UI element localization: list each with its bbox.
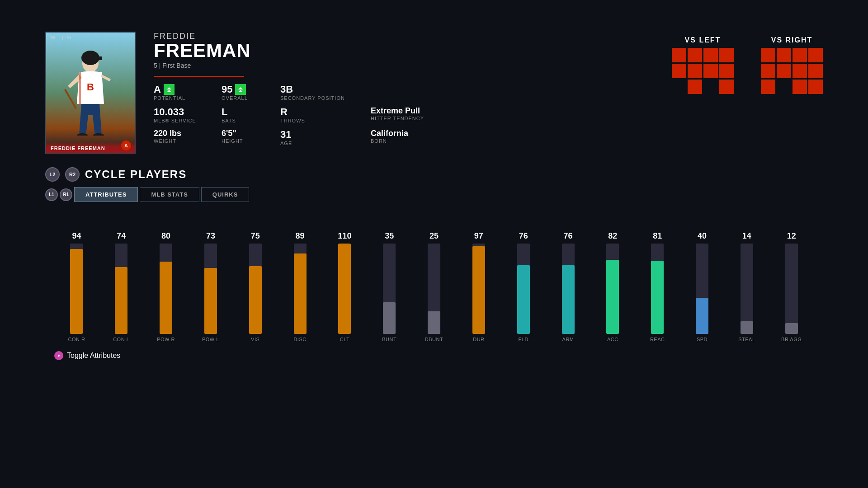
card-position: 1B [50,35,56,40]
attributes-section: 94CON R74CON L80POW R73POW L75VIS89DISC1… [45,216,823,342]
attr-label-vis: VIS [251,337,259,342]
attr-label-pow_l: POW L [202,337,219,342]
attr-label-disc: DISC [293,337,306,342]
attr-value-bunt: 35 [385,231,394,241]
age-value: 31 [280,129,371,141]
hit-zone-cell [719,80,734,94]
bar-track-dur [472,244,485,334]
vs-left-group: VS LEFT [672,36,734,94]
l2-badge[interactable]: L2 [45,167,60,182]
attr-value-pow_r: 80 [161,231,170,241]
attr-group-pow_l: 73POW L [188,216,233,342]
attr-group-con_r: 94CON R [54,216,99,342]
bar-track-steal [741,244,753,334]
attr-group-fld: 76FLD [501,216,546,342]
player-figure: B [59,45,122,136]
position-divider [154,76,244,77]
bar-track-br_agg [785,244,798,334]
player-position: First Base [162,62,191,69]
overall-value: 95 [222,84,232,95]
r2-badge[interactable]: R2 [65,167,80,182]
bar-fill-reac [651,261,664,334]
weight-value: 220 lbs [154,129,222,138]
team-logo: A [121,141,131,150]
hit-zone-cell [688,80,702,94]
player-card: 1B | L/R [45,32,136,154]
vs-right-grid [761,48,823,94]
bar-fill-pow_r [160,262,172,334]
toggle-row[interactable]: ● Toggle Attributes [45,351,823,360]
attr-group-br_agg: 12BR AGG [769,216,814,342]
r1-badge[interactable]: R1 [60,188,72,201]
bar-track-con_r [70,244,83,334]
cycle-header: L2 R2 CYCLE PLAYERS [45,167,823,182]
attr-value-spd: 40 [698,231,707,241]
tab-mlb-stats[interactable]: MLB STATS [140,187,199,202]
tabs-row: L1 R1 ATTRIBUTES MLB STATS QUIRKS [45,187,823,202]
bar-fill-dbunt [428,311,440,334]
attr-group-acc: 82ACC [590,216,635,342]
player-info-panel: FREDDIE FREEMAN 5 | First Base A [154,32,654,146]
attr-value-pow_l: 73 [206,231,215,241]
toggle-icon: ● [54,351,63,360]
attr-value-steal: 14 [742,231,751,241]
bar-fill-acc [606,260,619,334]
bar-track-pow_l [204,244,217,334]
bar-fill-clt [338,244,351,334]
toggle-label: Toggle Attributes [67,352,120,360]
age-stat: 31 Age [280,129,371,146]
weight-label: Weight [154,138,222,144]
bar-track-pow_r [160,244,172,334]
born-label: Born [371,138,497,144]
l1-badge[interactable]: L1 [45,188,58,201]
attr-group-pow_r: 80POW R [144,216,189,342]
attr-label-acc: ACC [607,337,618,342]
hit-zone-cell [703,48,718,62]
attr-value-dbunt: 25 [429,231,439,241]
bar-fill-pow_l [204,268,217,334]
age-label: Age [280,141,371,146]
bar-track-fld [517,244,530,334]
height-stat: 6'5" Height [222,129,280,146]
hitter-tendency-stat: Extreme Pull Hitter Tendency [371,106,497,123]
hit-zone-cell [777,64,791,78]
stats-grid: A Potential 95 [154,84,654,146]
attr-label-steal: STEAL [738,337,755,342]
vs-left-title: VS LEFT [672,36,734,44]
attr-value-con_l: 74 [117,231,126,241]
attr-label-fld: FLD [519,337,528,342]
hit-zone-cell [808,48,823,62]
card-name-tag: FREDDIE FREEMAN [51,145,130,151]
attr-value-con_r: 94 [72,231,81,241]
hit-zone-cell [761,80,775,94]
hit-zone-cell [761,48,775,62]
throws-label: Throws [280,118,371,123]
attr-value-dur: 97 [474,231,483,241]
tab-attributes[interactable]: ATTRIBUTES [74,187,138,202]
player-last-name: FREEMAN [154,41,654,60]
attr-label-dbunt: DBUNT [425,337,443,342]
tab-quirks[interactable]: QUIRKS [201,187,250,202]
born-stat: California Born [371,129,497,146]
hit-zone-cell [793,48,807,62]
bar-fill-br_agg [785,323,798,334]
svg-rect-7 [79,72,81,104]
bar-fill-disc [294,253,307,334]
hit-zone-cell [672,64,686,78]
attr-label-br_agg: BR AGG [781,337,802,342]
bar-track-con_l [115,244,127,334]
hit-zone-cell [703,80,718,94]
attr-value-arm: 76 [564,231,573,241]
attr-group-spd: 40SPD [680,216,725,342]
hit-zone-cell [672,48,686,62]
svg-rect-2 [97,56,102,60]
attr-group-clt: 110CLT [322,216,367,342]
hit-zone-cell [688,48,702,62]
attr-group-steal: 14STEAL [724,216,769,342]
hit-zone-cell [808,64,823,78]
bats-value: L [222,106,280,118]
player-position-line: 5 | First Base [154,62,654,69]
bar-track-spd [696,244,708,334]
attr-group-dbunt: 25DBUNT [412,216,457,342]
bar-fill-steal [741,321,753,334]
